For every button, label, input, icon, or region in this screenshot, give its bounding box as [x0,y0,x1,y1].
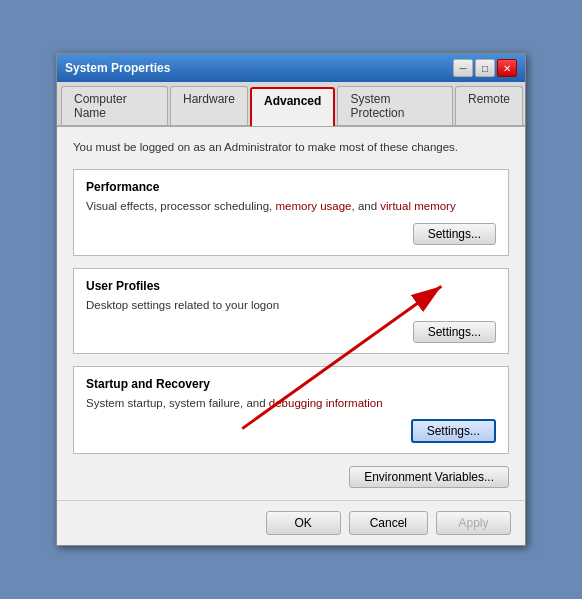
apply-button[interactable]: Apply [436,511,511,535]
tab-remote[interactable]: Remote [455,86,523,125]
performance-virtual-highlight: virtual memory [380,200,455,212]
startup-desc-normal: System startup, system failure, and [86,397,269,409]
cancel-button[interactable]: Cancel [349,511,428,535]
performance-title: Performance [86,180,496,194]
startup-recovery-settings-button[interactable]: Settings... [411,419,496,443]
dialog-footer: OK Cancel Apply [57,500,525,545]
startup-debug-highlight: debugging information [269,397,383,409]
startup-recovery-section: Startup and Recovery System startup, sys… [73,366,509,454]
startup-recovery-title: Startup and Recovery [86,377,496,391]
maximize-button[interactable]: □ [475,59,495,77]
titlebar: System Properties ─ □ ✕ [57,54,525,82]
tab-computer-name[interactable]: Computer Name [61,86,168,125]
performance-memory-highlight: memory usage [275,200,351,212]
admin-notice: You must be logged on as an Administrato… [73,139,509,155]
performance-and-text: , and [352,200,381,212]
tab-content: You must be logged on as an Administrato… [57,127,525,499]
minimize-button[interactable]: ─ [453,59,473,77]
performance-settings-button[interactable]: Settings... [413,223,496,245]
environment-variables-button[interactable]: Environment Variables... [349,466,509,488]
tab-system-protection[interactable]: System Protection [337,86,453,125]
startup-recovery-desc: System startup, system failure, and debu… [86,395,496,411]
tab-hardware[interactable]: Hardware [170,86,248,125]
performance-desc-text: Visual effects, processor scheduling, [86,200,275,212]
performance-section: Performance Visual effects, processor sc… [73,169,509,255]
user-profiles-section: User Profiles Desktop settings related t… [73,268,509,354]
tab-bar: Computer Name Hardware Advanced System P… [57,82,525,127]
user-profiles-desc: Desktop settings related to your logon [86,297,496,313]
system-properties-window: System Properties ─ □ ✕ Computer Name Ha… [56,53,526,545]
user-profiles-title: User Profiles [86,279,496,293]
tab-advanced[interactable]: Advanced [250,87,335,126]
titlebar-controls: ─ □ ✕ [453,59,517,77]
ok-button[interactable]: OK [266,511,341,535]
sections-wrapper: Performance Visual effects, processor sc… [73,169,509,453]
performance-desc: Visual effects, processor scheduling, me… [86,198,496,214]
window-title: System Properties [65,61,170,75]
user-profiles-settings-button[interactable]: Settings... [413,321,496,343]
close-button[interactable]: ✕ [497,59,517,77]
